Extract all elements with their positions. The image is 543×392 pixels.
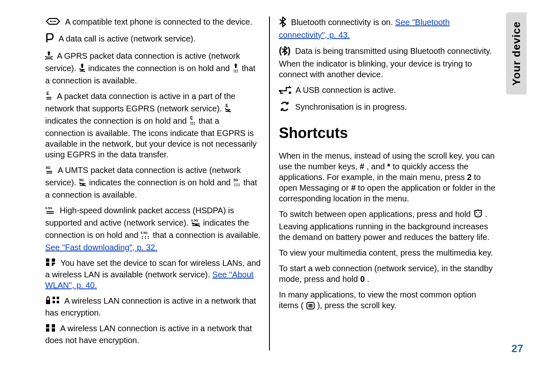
usb-icon [279,85,291,97]
hash-key-1: # [360,162,364,171]
svg-point-57 [477,214,479,215]
shortcuts-p5: In many applications, to view the most c… [279,289,497,312]
shortcuts-p2: To switch between open applications, pre… [279,209,497,242]
gprs-avail-icon [232,63,239,75]
bt-on-text: Bluetooth connectivity is on. [291,18,395,27]
bluetooth-tx-icon: () [279,45,290,58]
svg-text:3G: 3G [79,178,84,182]
svg-point-14 [192,122,193,123]
hsdpa-active-icon: 3.5G [45,205,55,217]
svg-point-34 [142,238,143,239]
umts-entry: 3G A UMTS packet data connection is acti… [45,165,261,200]
svg-text:3G: 3G [233,178,238,182]
svg-rect-39 [46,263,49,266]
two-column-layout: A compatible text phone is connected to … [0,0,543,350]
svg-rect-49 [46,328,49,332]
svg-rect-42 [46,300,50,304]
svg-point-56 [479,212,480,213]
svg-text:E: E [225,104,228,108]
hsdpa-text-c: that a connection is available. [153,231,260,240]
wlan-noenc-icon [45,323,56,335]
datacall-text: A data call is active (network service). [58,34,195,43]
egprs-text-b: indicates the connection is on hold and [45,116,189,125]
shortcuts-p4: To start a web connection (network servi… [279,263,497,284]
svg-point-24 [239,184,239,184]
bluetooth-icon [279,16,286,30]
svg-rect-38 [52,258,55,262]
side-tab: Your device [506,12,527,95]
svg-point-55 [476,212,477,213]
wlan-noenc-entry: A wireless LAN connection is active in a… [45,323,261,346]
textphone-icon [45,17,61,28]
menu-key-icon [473,209,483,221]
zero-key: 0 [360,274,365,284]
svg-point-9 [237,71,238,72]
svg-point-35 [145,238,146,239]
side-tab-label: Your device [510,21,523,85]
svg-point-33 [148,236,149,237]
fast-downloading-link[interactable]: See "Fast downloading", p. 32. [45,243,157,252]
datacall-icon [45,33,54,46]
svg-text:3.5G: 3.5G [191,219,198,222]
svg-point-16 [191,124,191,125]
svg-point-18 [194,124,195,125]
hsdpa-avail-icon: 3.5G [140,230,150,242]
bt-tx-text: Data is being transmitted using Bluetoot… [279,46,492,79]
svg-text:): ) [288,45,290,55]
manual-page: A compatible text phone is connected to … [0,0,543,392]
egprs-text-a: A packet data connection is active in a … [45,92,235,113]
svg-rect-44 [57,297,59,299]
svg-text:(: ( [279,45,282,55]
svg-point-25 [235,185,235,186]
svg-text:3.5G: 3.5G [45,206,52,210]
bluetooth-tx-entry: () Data is being transmitted using Bluet… [279,45,497,80]
sc-p4-b: . [367,274,370,284]
svg-point-0 [53,21,54,22]
svg-text:3G: 3G [46,166,51,170]
options-icon [306,302,315,312]
svg-rect-37 [46,258,49,262]
usb-text: A USB connection is active. [295,85,396,95]
svg-rect-50 [52,328,55,332]
svg-point-23 [237,184,237,184]
shortcuts-heading: Shortcuts [279,124,497,143]
hsdpa-hold-icon: 3.5G [191,217,201,230]
svg-rect-47 [46,324,49,327]
umts-active-icon: 3G [45,165,53,177]
sc-p3: To view your multimedia content, press t… [279,247,497,258]
egprs-entry: E A packet data connection is active in … [45,91,261,160]
svg-point-17 [192,124,193,125]
svg-rect-46 [57,301,59,303]
egprs-avail-icon: E [189,115,196,128]
gprs-active-icon [45,51,53,63]
svg-point-7 [234,71,235,72]
svg-rect-48 [52,324,55,327]
gprs-hold-icon [78,63,86,75]
wlan-enc-entry: A wireless LAN connection is active in a… [45,295,261,318]
svg-point-6 [237,70,238,71]
wlan-noenc-text: A wireless LAN connection is active in a… [45,324,252,345]
svg-rect-2 [81,65,83,68]
svg-point-27 [239,185,239,186]
svg-point-8 [235,71,236,72]
svg-point-15 [194,122,195,123]
wlan-scan-icon [45,258,56,269]
svg-point-26 [237,185,237,186]
page-number: 27 [511,342,523,355]
gprs-text-b: indicates the connection is on hold and [88,64,232,73]
svg-point-32 [145,236,146,237]
svg-point-36 [148,238,149,239]
hsdpa-entry: 3.5G High-speed downlink packet access (… [45,205,261,253]
wlan-scan-entry: You have set the device to scan for wire… [45,258,261,291]
svg-rect-54 [289,92,291,94]
sync-text: Synchronisation is in progress. [295,102,407,111]
left-column: A compatible text phone is connected to … [45,16,269,350]
umts-hold-icon: 3G [78,177,87,189]
svg-point-13 [191,122,191,123]
sc-p4-a: To start a web connection (network servi… [279,264,492,284]
wlan-enc-text: A wireless LAN connection is active in a… [45,296,256,317]
usb-entry: A USB connection is active. [279,85,497,97]
gprs-entry: A GPRS packet data connection is active … [45,51,261,86]
svg-point-22 [235,184,235,184]
svg-rect-43 [53,297,55,299]
